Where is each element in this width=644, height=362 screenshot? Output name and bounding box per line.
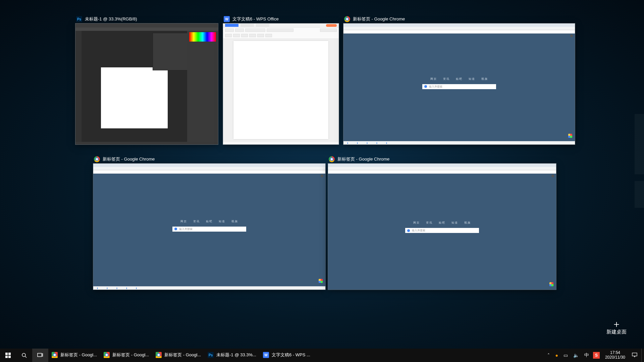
- show-desktop-button[interactable]: [641, 349, 643, 362]
- window-thumb-chrome[interactable]: 新标签页 - Google Chrome 网页资讯贴吧知道视频 输入并搜索: [328, 156, 556, 290]
- clock-date: 2020/11/30: [605, 355, 625, 360]
- thumb-title: 未标题-1 @ 33.3%(RGB/8): [85, 16, 137, 22]
- svg-point-4: [22, 353, 25, 357]
- chrome-icon: [52, 352, 58, 358]
- clock-time: 17:54: [605, 351, 625, 355]
- chrome-icon: [344, 16, 350, 22]
- tray-app-icon[interactable]: ●: [554, 353, 559, 358]
- taskbar: 新标签页 - Googl... 新标签页 - Googl... 新标签页 - G…: [0, 349, 644, 362]
- taskbar-app[interactable]: Ps 未标题-1 @ 33.3%...: [204, 349, 260, 362]
- newtab-nav: 网页资讯贴吧知道视频: [405, 221, 479, 225]
- taskbar-app[interactable]: 新标签页 - Googl...: [48, 349, 100, 362]
- taskbar-app[interactable]: W 文字文稿6 - WPS ...: [260, 349, 314, 362]
- svg-rect-6: [38, 353, 42, 357]
- svg-rect-7: [42, 353, 43, 357]
- thumb-content: 网页资讯贴吧知道视频 输入并搜索: [343, 23, 575, 144]
- search-button[interactable]: [16, 349, 32, 362]
- window-thumb-wps[interactable]: W 文字文稿6 - WPS Office: [223, 15, 339, 144]
- start-button[interactable]: [0, 349, 16, 362]
- window-thumb-chrome[interactable]: 新标签页 - Google Chrome 网页资讯贴吧知道视频 输入并搜索: [93, 156, 325, 290]
- thumb-content: [75, 23, 218, 144]
- thumb-titlebar: Ps 未标题-1 @ 33.3%(RGB/8): [75, 15, 218, 23]
- thumb-titlebar: 新标签页 - Google Chrome: [328, 156, 556, 164]
- chrome-icon: [104, 352, 110, 358]
- thumb-title: 新标签页 - Google Chrome: [337, 156, 389, 162]
- taskbar-app-label: 文字文稿6 - WPS ...: [272, 352, 310, 358]
- task-view: Ps 未标题-1 @ 33.3%(RGB/8) W 文字文稿6 - WPS Of…: [0, 0, 644, 362]
- thumb-content: 网页资讯贴吧知道视频 输入并搜索: [93, 164, 325, 290]
- tray-overflow-icon[interactable]: ˄: [546, 353, 551, 358]
- taskbar-app[interactable]: 新标签页 - Googl...: [152, 349, 204, 362]
- newtab-search: 输入并搜索: [405, 228, 479, 233]
- thumb-title: 新标签页 - Google Chrome: [353, 16, 405, 22]
- taskbar-app-label: 新标签页 - Googl...: [164, 352, 201, 358]
- thumb-content: 网页资讯贴吧知道视频 输入并搜索: [328, 164, 556, 290]
- taskbar-app-label: 新标签页 - Googl...: [112, 352, 149, 358]
- ime-indicator[interactable]: 中: [583, 352, 590, 358]
- pinwheel-icon: [549, 282, 553, 286]
- network-icon[interactable]: ▭: [562, 353, 569, 358]
- thumb-title: 新标签页 - Google Chrome: [103, 156, 155, 162]
- svg-rect-2: [5, 356, 8, 358]
- thumb-content: [223, 23, 339, 144]
- desktop-peek: [635, 114, 644, 174]
- pinwheel-icon: [319, 279, 323, 283]
- plus-icon: ＋: [606, 319, 627, 329]
- window-thumb-photoshop[interactable]: Ps 未标题-1 @ 33.3%(RGB/8): [75, 15, 218, 144]
- newtab-nav: 网页资讯贴吧知道视频: [172, 220, 246, 223]
- task-view-button[interactable]: [32, 349, 48, 362]
- chrome-icon: [156, 352, 162, 358]
- volume-icon[interactable]: 🔈: [572, 353, 580, 358]
- photoshop-icon: Ps: [76, 16, 82, 22]
- svg-rect-3: [8, 356, 11, 358]
- system-tray: ˄ ● ▭ 🔈 中 S 17:54 2020/11/30: [546, 349, 644, 362]
- pinwheel-icon: [568, 134, 572, 138]
- clock[interactable]: 17:54 2020/11/30: [602, 351, 628, 360]
- new-desktop-label: 新建桌面: [606, 329, 627, 335]
- wps-icon: W: [224, 16, 230, 22]
- photoshop-icon: Ps: [208, 352, 214, 358]
- new-desktop-button[interactable]: ＋ 新建桌面: [606, 319, 627, 335]
- thumb-titlebar: 新标签页 - Google Chrome: [343, 15, 575, 23]
- chrome-icon: [94, 156, 100, 162]
- svg-rect-8: [632, 353, 637, 356]
- taskbar-app[interactable]: 新标签页 - Googl...: [100, 349, 152, 362]
- window-thumb-chrome[interactable]: 新标签页 - Google Chrome 网页资讯贴吧知道视频 输入并搜索: [343, 15, 575, 144]
- chrome-icon: [329, 156, 335, 162]
- wps-icon: W: [263, 352, 269, 358]
- svg-line-5: [25, 356, 26, 358]
- thumb-title: 文字文稿6 - WPS Office: [232, 16, 279, 22]
- thumb-titlebar: 新标签页 - Google Chrome: [93, 156, 325, 164]
- newtab-nav: 网页资讯贴吧知道视频: [422, 77, 496, 81]
- desktop-peek: [635, 181, 644, 208]
- svg-rect-1: [8, 353, 11, 355]
- taskbar-app-label: 未标题-1 @ 33.3%...: [216, 352, 256, 358]
- svg-rect-0: [5, 353, 8, 355]
- thumb-titlebar: W 文字文稿6 - WPS Office: [223, 15, 339, 23]
- newtab-search: 输入并搜索: [422, 84, 496, 89]
- sogou-ime-icon[interactable]: S: [593, 352, 600, 359]
- newtab-search: 输入并搜索: [172, 227, 246, 232]
- action-center-icon[interactable]: [631, 352, 639, 359]
- taskbar-app-label: 新标签页 - Googl...: [60, 352, 97, 358]
